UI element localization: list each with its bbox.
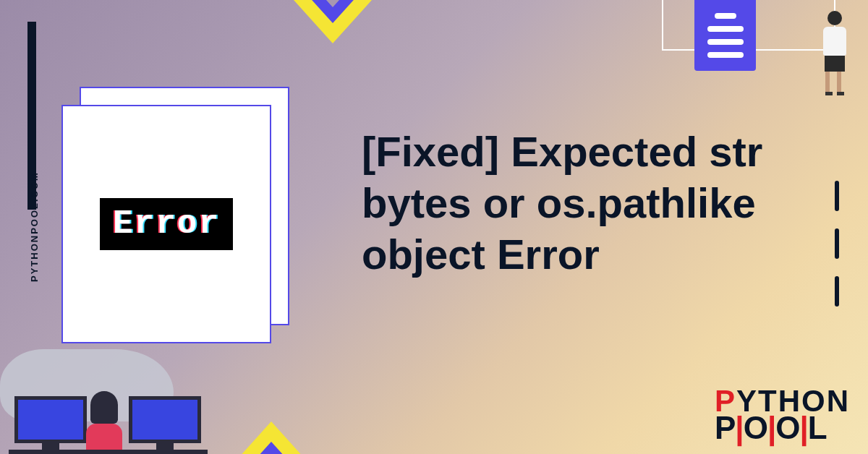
error-badge: Error [100, 198, 233, 250]
chevron-up-decoration [206, 421, 336, 454]
chevron-down-decoration [268, 0, 398, 43]
error-card-stack: Error [61, 87, 289, 343]
page-title: [Fixed] Expected str bytes or os.pathlik… [362, 127, 839, 280]
logo-line2: P|O|O|L [715, 414, 850, 441]
card-front-layer: Error [61, 105, 271, 343]
standing-person-illustration [823, 11, 846, 95]
brand-logo: PYTHON P|O|O|L [715, 388, 850, 441]
website-label: PYTHONPOOL.COM [29, 171, 40, 282]
menu-icon [694, 0, 756, 71]
right-accent-dashes [835, 181, 839, 307]
